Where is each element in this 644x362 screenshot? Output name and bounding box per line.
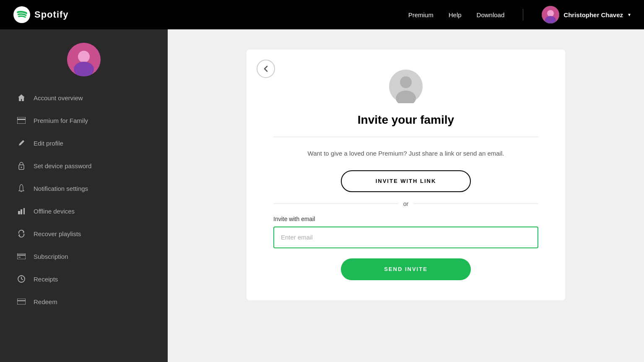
sidebar-item-label: Premium for Family — [34, 117, 88, 124]
or-text: or — [403, 201, 408, 207]
svg-point-2 — [547, 10, 554, 17]
invite-person-icon — [389, 70, 423, 103]
send-invite-button[interactable]: SEND INVITE — [341, 258, 471, 280]
sidebar-avatar — [67, 43, 101, 76]
invite-with-link-button[interactable]: INVITE WITH LINK — [341, 170, 471, 192]
svg-point-6 — [78, 51, 90, 63]
topnav-divider — [523, 9, 523, 21]
topnav: Spotify Premium Help Download Christophe… — [0, 0, 644, 29]
logo: Spotify — [13, 6, 408, 23]
pencil-icon — [17, 138, 26, 148]
svg-rect-16 — [17, 299, 26, 305]
sidebar: Account overview Premium for Family Edit… — [0, 29, 168, 362]
topnav-avatar — [542, 6, 559, 23]
invite-divider — [273, 137, 538, 137]
redeem-icon — [17, 297, 26, 306]
sidebar-item-recover-playlists[interactable]: Recover playlists — [7, 222, 161, 245]
sidebar-item-premium-for-family[interactable]: Premium for Family — [7, 109, 161, 132]
svg-rect-8 — [17, 117, 26, 124]
bell-icon — [17, 184, 26, 193]
home-icon — [17, 93, 26, 102]
premium-link[interactable]: Premium — [408, 11, 434, 18]
user-avatar-image — [542, 6, 559, 23]
offline-icon — [17, 206, 26, 216]
sidebar-item-subscription[interactable]: Subscription — [7, 245, 161, 268]
sidebar-item-label: Account overview — [34, 94, 83, 102]
or-line-left — [273, 203, 398, 204]
sidebar-nav: Account overview Premium for Family Edit… — [0, 86, 168, 313]
sidebar-item-label: Redeem — [34, 298, 57, 305]
main-layout: Account overview Premium for Family Edit… — [0, 29, 644, 362]
topnav-user[interactable]: Christopher Chavez ▾ — [542, 6, 631, 23]
help-link[interactable]: Help — [449, 11, 462, 18]
refresh-icon — [17, 229, 26, 238]
sidebar-item-notification-settings[interactable]: Notification settings — [7, 177, 161, 200]
sidebar-item-label: Subscription — [34, 253, 68, 260]
spotify-wordmark: Spotify — [34, 9, 69, 20]
invite-subtitle: Want to give a loved one Premium? Just s… — [308, 149, 504, 159]
sidebar-item-redeem[interactable]: Redeem — [7, 290, 161, 313]
or-line-right — [413, 203, 538, 204]
invite-or: or — [273, 201, 538, 207]
download-link[interactable]: Download — [477, 11, 505, 18]
sidebar-avatar-image — [67, 43, 101, 76]
svg-point-19 — [400, 76, 412, 88]
sidebar-item-label: Edit profile — [34, 140, 63, 147]
spotify-logo-icon — [13, 6, 30, 23]
topnav-username: Christopher Chavez — [564, 11, 623, 18]
invite-avatar — [389, 70, 423, 103]
lock-icon — [17, 161, 26, 170]
sidebar-item-edit-profile[interactable]: Edit profile — [7, 132, 161, 154]
sidebar-item-label: Receipts — [34, 276, 58, 283]
sidebar-item-label: Notification settings — [34, 185, 88, 192]
svg-point-11 — [21, 167, 22, 168]
invite-title: Invite your family — [358, 113, 454, 127]
sidebar-item-label: Recover playlists — [34, 230, 81, 237]
svg-point-7 — [74, 62, 94, 76]
content-area: Invite your family Want to give a loved … — [168, 29, 644, 362]
sidebar-item-receipts[interactable]: Receipts — [7, 268, 161, 290]
svg-rect-9 — [17, 119, 26, 120]
invite-email-section: Invite with email SEND INVITE — [273, 216, 538, 280]
invite-card: Invite your family Want to give a loved … — [247, 49, 565, 300]
topnav-avatar-inner — [542, 6, 559, 23]
back-button[interactable] — [257, 60, 275, 78]
sidebar-item-offline-devices[interactable]: Offline devices — [7, 200, 161, 222]
topnav-links: Premium Help Download Christopher Chavez… — [408, 6, 631, 23]
card-icon — [17, 116, 26, 125]
svg-rect-12 — [17, 253, 26, 259]
sidebar-item-label: Set device password — [34, 162, 91, 169]
sidebar-item-label: Offline devices — [34, 208, 75, 215]
subscription-icon — [17, 252, 26, 261]
invite-email-input[interactable] — [273, 227, 538, 248]
sidebar-item-account-overview[interactable]: Account overview — [7, 86, 161, 109]
invite-email-label: Invite with email — [273, 216, 538, 222]
sidebar-item-set-device-password[interactable]: Set device password — [7, 154, 161, 177]
chevron-down-icon: ▾ — [628, 12, 631, 18]
clock-icon — [17, 274, 26, 284]
